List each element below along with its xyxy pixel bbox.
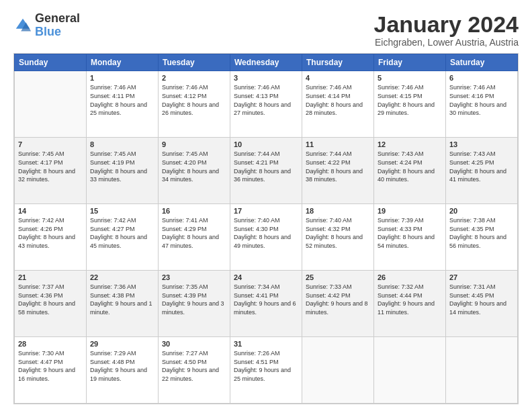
calendar-cell: 20 Sunrise: 7:38 AMSunset: 4:35 PMDaylig… bbox=[446, 204, 518, 271]
day-number: 27 bbox=[449, 273, 514, 281]
day-info: Sunrise: 7:27 AMSunset: 4:50 PMDaylight:… bbox=[162, 350, 219, 382]
calendar-cell: 26 Sunrise: 7:32 AMSunset: 4:44 PMDaylig… bbox=[374, 271, 446, 337]
day-number: 20 bbox=[449, 207, 514, 215]
day-info: Sunrise: 7:46 AMSunset: 4:14 PMDaylight:… bbox=[306, 84, 363, 116]
calendar-cell: 11 Sunrise: 7:44 AMSunset: 4:22 PMDaylig… bbox=[302, 138, 374, 204]
calendar-week-3: 14 Sunrise: 7:42 AMSunset: 4:26 PMDaylig… bbox=[15, 204, 518, 271]
calendar-cell: 17 Sunrise: 7:40 AMSunset: 4:30 PMDaylig… bbox=[230, 204, 302, 271]
day-info: Sunrise: 7:32 AMSunset: 4:44 PMDaylight:… bbox=[378, 283, 435, 316]
day-info: Sunrise: 7:44 AMSunset: 4:21 PMDaylight:… bbox=[234, 150, 291, 183]
col-thursday: Thursday bbox=[302, 54, 374, 71]
col-wednesday: Wednesday bbox=[230, 54, 302, 71]
day-info: Sunrise: 7:36 AMSunset: 4:38 PMDaylight:… bbox=[90, 283, 152, 316]
day-info: Sunrise: 7:39 AMSunset: 4:33 PMDaylight:… bbox=[378, 217, 435, 249]
calendar-cell: 13 Sunrise: 7:43 AMSunset: 4:25 PMDaylig… bbox=[446, 138, 518, 204]
day-info: Sunrise: 7:37 AMSunset: 4:36 PMDaylight:… bbox=[18, 283, 75, 316]
day-number: 23 bbox=[162, 273, 226, 281]
calendar-cell: 10 Sunrise: 7:44 AMSunset: 4:21 PMDaylig… bbox=[230, 138, 302, 204]
calendar-week-2: 7 Sunrise: 7:45 AMSunset: 4:17 PMDayligh… bbox=[15, 138, 518, 204]
logo-general-text: General bbox=[35, 11, 80, 25]
day-info: Sunrise: 7:46 AMSunset: 4:12 PMDaylight:… bbox=[162, 84, 219, 116]
day-number: 10 bbox=[234, 140, 298, 148]
page: General Blue January 2024 Eichgraben, Lo… bbox=[0, 0, 532, 411]
day-number: 7 bbox=[18, 140, 83, 148]
day-number: 29 bbox=[90, 340, 154, 348]
day-info: Sunrise: 7:42 AMSunset: 4:26 PMDaylight:… bbox=[18, 217, 75, 249]
calendar-cell: 5 Sunrise: 7:46 AMSunset: 4:15 PMDayligh… bbox=[374, 71, 446, 138]
calendar-cell: 25 Sunrise: 7:33 AMSunset: 4:42 PMDaylig… bbox=[302, 271, 374, 337]
calendar-cell: 16 Sunrise: 7:41 AMSunset: 4:29 PMDaylig… bbox=[159, 204, 230, 271]
calendar-cell bbox=[446, 337, 518, 404]
day-number: 5 bbox=[378, 74, 442, 82]
day-info: Sunrise: 7:46 AMSunset: 4:13 PMDaylight:… bbox=[234, 84, 291, 116]
day-number: 16 bbox=[162, 207, 226, 215]
day-number: 14 bbox=[18, 207, 83, 215]
day-info: Sunrise: 7:34 AMSunset: 4:41 PMDaylight:… bbox=[234, 283, 296, 316]
calendar-cell: 23 Sunrise: 7:35 AMSunset: 4:39 PMDaylig… bbox=[159, 271, 230, 337]
day-number: 11 bbox=[306, 140, 370, 148]
calendar-header: Sunday Monday Tuesday Wednesday Thursday… bbox=[15, 54, 518, 71]
day-info: Sunrise: 7:44 AMSunset: 4:22 PMDaylight:… bbox=[306, 150, 363, 183]
day-number: 26 bbox=[378, 273, 442, 281]
day-number: 24 bbox=[234, 273, 298, 281]
day-number: 9 bbox=[162, 140, 226, 148]
day-info: Sunrise: 7:30 AMSunset: 4:47 PMDaylight:… bbox=[18, 350, 75, 382]
day-number: 12 bbox=[378, 140, 442, 148]
day-number: 30 bbox=[162, 340, 226, 348]
day-info: Sunrise: 7:40 AMSunset: 4:32 PMDaylight:… bbox=[306, 217, 363, 249]
header: General Blue January 2024 Eichgraben, Lo… bbox=[13, 12, 519, 48]
calendar-cell: 21 Sunrise: 7:37 AMSunset: 4:36 PMDaylig… bbox=[15, 271, 87, 337]
day-info: Sunrise: 7:31 AMSunset: 4:45 PMDaylight:… bbox=[449, 283, 506, 316]
day-number: 3 bbox=[234, 74, 298, 82]
day-info: Sunrise: 7:42 AMSunset: 4:27 PMDaylight:… bbox=[90, 217, 147, 249]
calendar-cell: 1 Sunrise: 7:46 AMSunset: 4:11 PMDayligh… bbox=[87, 71, 159, 138]
day-info: Sunrise: 7:40 AMSunset: 4:30 PMDaylight:… bbox=[234, 217, 291, 249]
day-number: 25 bbox=[306, 273, 370, 281]
day-info: Sunrise: 7:45 AMSunset: 4:20 PMDaylight:… bbox=[162, 150, 219, 183]
day-number: 8 bbox=[90, 140, 154, 148]
day-info: Sunrise: 7:35 AMSunset: 4:39 PMDaylight:… bbox=[162, 283, 224, 316]
day-number: 17 bbox=[234, 207, 298, 215]
day-info: Sunrise: 7:45 AMSunset: 4:17 PMDaylight:… bbox=[18, 150, 75, 183]
calendar-cell: 15 Sunrise: 7:42 AMSunset: 4:27 PMDaylig… bbox=[87, 204, 159, 271]
calendar-cell: 30 Sunrise: 7:27 AMSunset: 4:50 PMDaylig… bbox=[159, 337, 230, 404]
calendar-cell: 24 Sunrise: 7:34 AMSunset: 4:41 PMDaylig… bbox=[230, 271, 302, 337]
calendar-cell: 6 Sunrise: 7:46 AMSunset: 4:16 PMDayligh… bbox=[446, 71, 518, 138]
day-number: 19 bbox=[378, 207, 442, 215]
calendar-body: 1 Sunrise: 7:46 AMSunset: 4:11 PMDayligh… bbox=[15, 71, 518, 404]
logo: General Blue bbox=[13, 12, 80, 39]
day-info: Sunrise: 7:45 AMSunset: 4:19 PMDaylight:… bbox=[90, 150, 147, 183]
calendar-week-1: 1 Sunrise: 7:46 AMSunset: 4:11 PMDayligh… bbox=[15, 71, 518, 138]
calendar-cell bbox=[374, 337, 446, 404]
logo-icon bbox=[13, 16, 32, 35]
col-sunday: Sunday bbox=[15, 54, 87, 71]
header-row: Sunday Monday Tuesday Wednesday Thursday… bbox=[15, 54, 518, 71]
day-number: 28 bbox=[18, 340, 83, 348]
day-number: 18 bbox=[306, 207, 370, 215]
calendar-cell: 18 Sunrise: 7:40 AMSunset: 4:32 PMDaylig… bbox=[302, 204, 374, 271]
calendar: Sunday Monday Tuesday Wednesday Thursday… bbox=[13, 53, 519, 404]
day-number: 31 bbox=[234, 340, 298, 348]
col-monday: Monday bbox=[87, 54, 159, 71]
title-block: January 2024 Eichgraben, Lower Austria, … bbox=[374, 12, 519, 48]
day-info: Sunrise: 7:38 AMSunset: 4:35 PMDaylight:… bbox=[449, 217, 506, 249]
col-tuesday: Tuesday bbox=[159, 54, 230, 71]
location-subtitle: Eichgraben, Lower Austria, Austria bbox=[374, 37, 519, 48]
calendar-table: Sunday Monday Tuesday Wednesday Thursday… bbox=[14, 54, 518, 404]
calendar-week-4: 21 Sunrise: 7:37 AMSunset: 4:36 PMDaylig… bbox=[15, 271, 518, 337]
calendar-cell: 29 Sunrise: 7:29 AMSunset: 4:48 PMDaylig… bbox=[87, 337, 159, 404]
day-number: 2 bbox=[162, 74, 226, 82]
calendar-cell: 2 Sunrise: 7:46 AMSunset: 4:12 PMDayligh… bbox=[159, 71, 230, 138]
day-number: 21 bbox=[18, 273, 83, 281]
logo-text: General Blue bbox=[35, 12, 80, 39]
day-number: 15 bbox=[90, 207, 154, 215]
day-info: Sunrise: 7:41 AMSunset: 4:29 PMDaylight:… bbox=[162, 217, 219, 249]
calendar-cell: 8 Sunrise: 7:45 AMSunset: 4:19 PMDayligh… bbox=[87, 138, 159, 204]
day-info: Sunrise: 7:43 AMSunset: 4:24 PMDaylight:… bbox=[378, 150, 435, 183]
day-info: Sunrise: 7:46 AMSunset: 4:15 PMDaylight:… bbox=[378, 84, 435, 116]
day-info: Sunrise: 7:29 AMSunset: 4:48 PMDaylight:… bbox=[90, 350, 147, 382]
calendar-cell: 9 Sunrise: 7:45 AMSunset: 4:20 PMDayligh… bbox=[159, 138, 230, 204]
day-info: Sunrise: 7:46 AMSunset: 4:16 PMDaylight:… bbox=[449, 84, 506, 116]
calendar-cell: 31 Sunrise: 7:26 AMSunset: 4:51 PMDaylig… bbox=[230, 337, 302, 404]
calendar-cell: 4 Sunrise: 7:46 AMSunset: 4:14 PMDayligh… bbox=[302, 71, 374, 138]
